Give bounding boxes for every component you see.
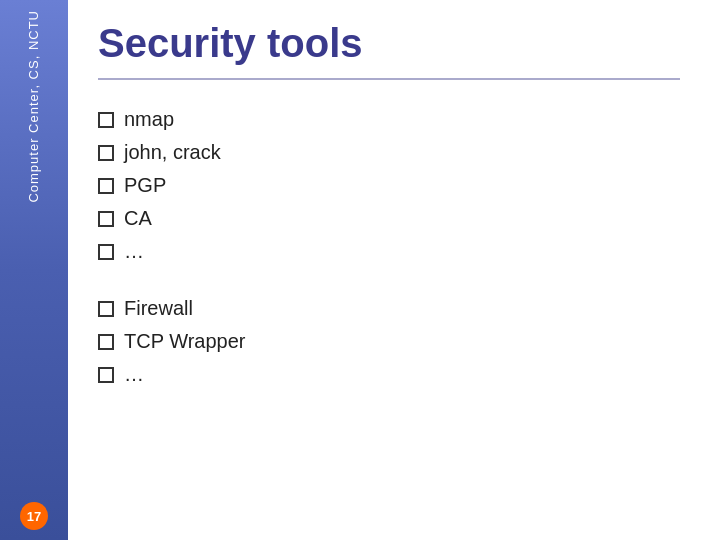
sidebar-label: Computer Center, CS, NCTU: [26, 10, 43, 203]
item-label: …: [124, 240, 144, 263]
checkbox-icon: [98, 301, 114, 317]
checkbox-icon: [98, 334, 114, 350]
slide-number: 17: [20, 502, 48, 530]
checkbox-icon: [98, 211, 114, 227]
item-label: CA: [124, 207, 152, 230]
list-item: john, crack: [98, 141, 680, 164]
list-group-2: FirewallTCP Wrapper…: [98, 297, 680, 396]
item-label: TCP Wrapper: [124, 330, 246, 353]
checkbox-icon: [98, 178, 114, 194]
sidebar: Computer Center, CS, NCTU 17: [0, 0, 68, 540]
checkbox-icon: [98, 145, 114, 161]
list-item: Firewall: [98, 297, 680, 320]
item-label: nmap: [124, 108, 174, 131]
item-label: Firewall: [124, 297, 193, 320]
checkbox-icon: [98, 367, 114, 383]
divider: [98, 78, 680, 80]
item-label: PGP: [124, 174, 166, 197]
item-label: …: [124, 363, 144, 386]
content-area: nmapjohn, crackPGPCA…FirewallTCP Wrapper…: [98, 108, 680, 420]
main-content: Security tools nmapjohn, crackPGPCA…Fire…: [68, 0, 720, 540]
checkbox-icon: [98, 112, 114, 128]
list-item: TCP Wrapper: [98, 330, 680, 353]
list-item: …: [98, 240, 680, 263]
page-title: Security tools: [98, 20, 680, 66]
checkbox-icon: [98, 244, 114, 260]
list-group-1: nmapjohn, crackPGPCA…: [98, 108, 680, 273]
list-item: CA: [98, 207, 680, 230]
list-item: …: [98, 363, 680, 386]
list-item: nmap: [98, 108, 680, 131]
list-item: PGP: [98, 174, 680, 197]
item-label: john, crack: [124, 141, 221, 164]
